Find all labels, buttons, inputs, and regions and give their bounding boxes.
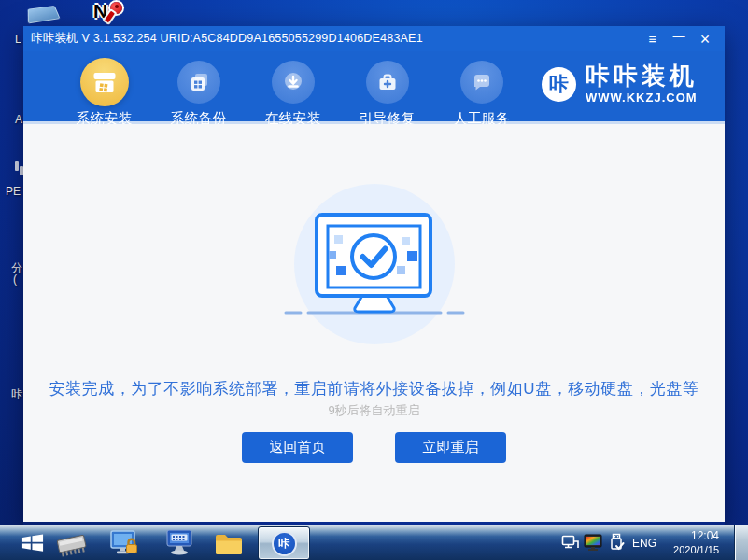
memory-chip-icon bbox=[54, 529, 90, 557]
taskbar-item-chip-tool[interactable] bbox=[52, 527, 92, 559]
taskbar-item-kaka-installer[interactable]: 咔 bbox=[258, 526, 310, 560]
nav-item-system-backup[interactable]: 系统备份 bbox=[151, 58, 246, 128]
backup-copies-icon bbox=[177, 61, 220, 104]
main-content: 安装完成，为了不影响系统部署，重启前请将外接设备拔掉，例如U盘，移动硬盘，光盘等… bbox=[23, 124, 725, 522]
nav-item-human-service[interactable]: 人工服务 bbox=[434, 58, 529, 128]
nav-items: 系统安装 系统备份 bbox=[57, 58, 529, 128]
completion-message: 安装完成，为了不影响系统部署，重启前请将外接设备拔掉，例如U盘，移动硬盘，光盘等 bbox=[23, 378, 725, 399]
desktop-label-partial-5[interactable]: ( bbox=[13, 273, 17, 286]
usb-eject-icon bbox=[608, 533, 625, 553]
brand-logo: 咔 咔咔装机 WWW.KKZJ.COM bbox=[542, 63, 698, 105]
window-title: 咔咔装机 V 3.1.532.254 URID:A5C84DD9A1655055… bbox=[23, 31, 642, 47]
clock-time: 12:04 bbox=[665, 529, 719, 542]
taskbar: 咔 bbox=[0, 525, 748, 560]
restart-countdown: 9秒后将自动重启 bbox=[23, 402, 725, 419]
menu-icon[interactable]: ≡ bbox=[642, 30, 663, 49]
desktop-nkey-icon[interactable]: N bbox=[93, 0, 131, 26]
taskbar-item-file-explorer[interactable] bbox=[209, 527, 248, 559]
minimize-icon[interactable]: — bbox=[669, 30, 689, 49]
logo-text: 咔咔装机 WWW.KKZJ.COM bbox=[586, 63, 698, 105]
chat-bubble-icon bbox=[460, 61, 503, 104]
close-icon[interactable]: × bbox=[695, 30, 715, 49]
desktop-label-partial-2[interactable]: A bbox=[15, 113, 22, 126]
clock-date: 2020/1/15 bbox=[665, 544, 719, 555]
taskbar-item-onscreen-keyboard[interactable] bbox=[157, 527, 196, 559]
network-icon bbox=[561, 535, 580, 552]
folder-icon bbox=[213, 529, 245, 557]
window-controls: ≡ — × bbox=[642, 30, 725, 49]
button-row: 返回首页 立即重启 bbox=[23, 432, 725, 463]
red-key-hole bbox=[115, 5, 119, 8]
desktop-label-partial-6[interactable]: 咔 bbox=[11, 386, 22, 402]
nav-item-online-install[interactable]: 在线安装 bbox=[246, 58, 340, 128]
monitor-check-illustration bbox=[276, 210, 473, 322]
logo-name: 咔咔装机 bbox=[586, 63, 698, 89]
return-home-button[interactable]: 返回首页 bbox=[242, 432, 353, 463]
restart-now-button[interactable]: 立即重启 bbox=[395, 432, 506, 463]
windows-logo-icon bbox=[21, 532, 45, 554]
pc-keyboard-icon bbox=[160, 529, 193, 557]
titlebar[interactable]: 咔咔装机 V 3.1.532.254 URID:A5C84DD9A1655055… bbox=[23, 26, 725, 51]
start-button[interactable] bbox=[15, 527, 50, 559]
download-circle-icon bbox=[272, 61, 315, 104]
nav-bar: 系统安装 系统备份 bbox=[23, 51, 725, 124]
tray-display-icon[interactable] bbox=[582, 527, 606, 559]
tray-clock[interactable]: 12:04 2020/1/15 bbox=[665, 525, 719, 560]
nav-item-boot-repair[interactable]: 引导修复 bbox=[340, 58, 434, 128]
tray-usb-icon[interactable] bbox=[606, 527, 627, 559]
install-box-icon bbox=[80, 58, 129, 106]
show-desktop-button[interactable] bbox=[734, 525, 748, 560]
tray-language-indicator[interactable]: ENG bbox=[632, 525, 656, 560]
nav-item-system-install[interactable]: 系统安装 bbox=[57, 58, 151, 128]
color-display-icon bbox=[584, 534, 604, 553]
desktop-icon-fragment bbox=[15, 161, 19, 171]
desktop-label-partial-3[interactable]: PE bbox=[6, 185, 21, 198]
kaka-app-icon: 咔 bbox=[272, 531, 297, 556]
taskbar-item-screen-lock-tool[interactable] bbox=[105, 527, 144, 559]
logo-url: WWW.KKZJ.COM bbox=[586, 91, 698, 105]
desktop-folder-icon[interactable] bbox=[28, 6, 61, 23]
tray-network-icon[interactable] bbox=[559, 527, 582, 559]
monitor-lock-icon bbox=[108, 529, 140, 557]
logo-badge-icon: 咔 bbox=[542, 67, 576, 102]
repair-toolbox-icon bbox=[366, 61, 409, 104]
kaka-installer-window: 咔咔装机 V 3.1.532.254 URID:A5C84DD9A1655055… bbox=[23, 26, 725, 525]
desktop-label-partial-1[interactable]: L bbox=[15, 33, 21, 46]
